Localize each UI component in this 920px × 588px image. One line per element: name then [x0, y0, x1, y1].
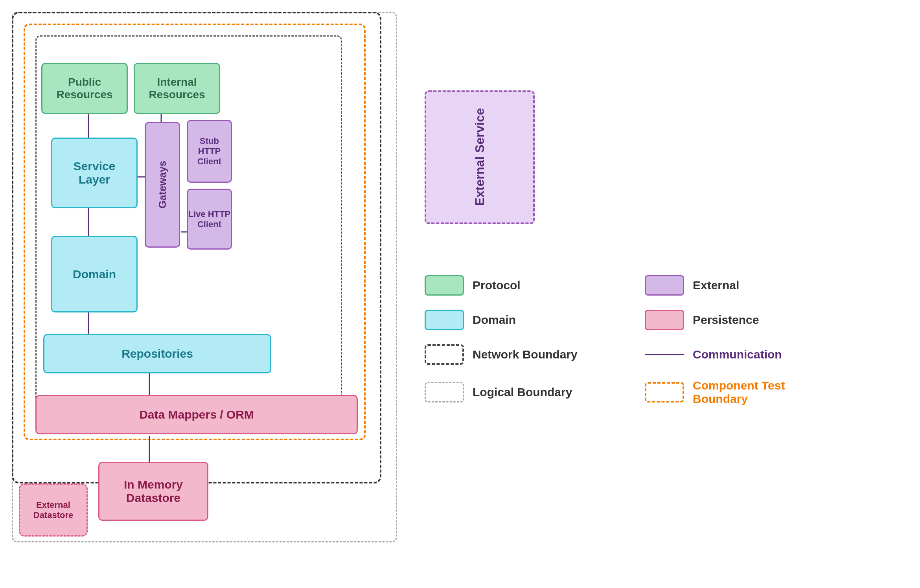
legend-protocol: Protocol — [425, 275, 621, 296]
legend-protocol-icon — [425, 275, 464, 296]
legend-persistence-icon — [645, 310, 684, 330]
service-layer-box: Service Layer — [51, 138, 138, 208]
public-resources-box: Public Resources — [41, 63, 128, 114]
data-mappers-box: Data Mappers / ORM — [35, 395, 358, 434]
legend-component-test-label: Component Test Boundary — [693, 379, 785, 406]
legend: Protocol External Domain Persistence Net… — [425, 275, 889, 417]
legend-logical-boundary: Logical Boundary — [425, 379, 621, 406]
internal-resources-box: Internal Resources — [134, 63, 220, 114]
domain-box: Domain — [51, 236, 138, 312]
legend-network-boundary-icon — [425, 344, 464, 365]
live-http-client-box: Live HTTP Client — [187, 189, 232, 250]
legend-persistence-label: Persistence — [693, 313, 759, 327]
legend-component-test: Component Test Boundary — [645, 379, 873, 406]
external-datastore-box: External Datastore — [19, 483, 88, 537]
legend-external-label: External — [693, 279, 739, 292]
legend-network-boundary-label: Network Boundary — [473, 348, 578, 361]
legend-component-test-icon — [645, 382, 684, 402]
legend-grid: Protocol External Domain Persistence Net… — [425, 275, 889, 417]
legend-persistence: Persistence — [645, 310, 873, 330]
diagram-area: Public Resources Internal Resources Serv… — [12, 12, 425, 542]
legend-logical-boundary-icon — [425, 382, 464, 402]
gateways-box: Gateways — [145, 122, 180, 248]
legend-communication-label: Communication — [693, 348, 782, 361]
legend-communication-icon — [645, 354, 684, 355]
stub-http-client-box: Stub HTTP Client — [187, 120, 232, 183]
legend-external-icon — [645, 275, 684, 296]
legend-logical-boundary-label: Logical Boundary — [473, 386, 572, 399]
external-service-box: External Service — [425, 90, 535, 224]
legend-domain-icon — [425, 310, 464, 330]
legend-external: External — [645, 275, 873, 296]
legend-domain-label: Domain — [473, 313, 516, 327]
legend-communication: Communication — [645, 344, 873, 365]
repositories-box: Repositories — [43, 334, 271, 373]
legend-domain: Domain — [425, 310, 621, 330]
legend-network-boundary: Network Boundary — [425, 344, 621, 365]
in-memory-datastore-box: In Memory Datastore — [98, 462, 208, 521]
legend-protocol-label: Protocol — [473, 279, 521, 292]
